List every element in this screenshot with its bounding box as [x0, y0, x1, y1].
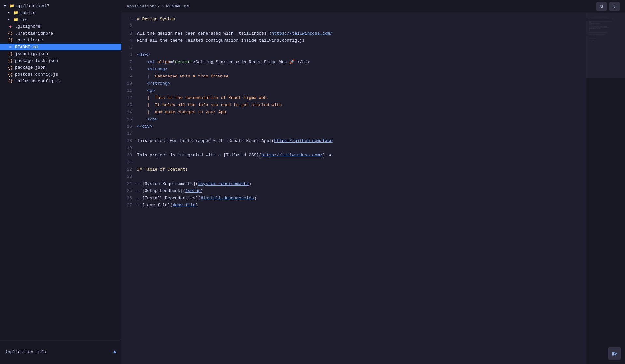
line-number: 9	[121, 73, 137, 80]
json-icon: {}	[8, 72, 13, 77]
line-content: <p>	[137, 87, 586, 94]
folder-icon: ⧐	[612, 350, 618, 357]
copy-button[interactable]: ⧉	[596, 2, 607, 11]
line-number: 14	[121, 109, 137, 116]
diamond-icon: ◆	[8, 24, 13, 29]
folder-icon: 📁	[13, 10, 18, 15]
line-number: 2	[121, 23, 137, 30]
sidebar-item-prettierrc[interactable]: {}.prettierrc	[0, 37, 121, 44]
line-number: 15	[121, 116, 137, 123]
line-content: All the design has been generated with […	[137, 30, 586, 37]
line-number: 4	[121, 37, 137, 44]
editor-header: application17 > README.md ⧉ ⇓	[121, 0, 625, 13]
line-number: 24	[121, 180, 137, 188]
code-editor[interactable]: 1# Design System2 3All the design has be…	[121, 13, 586, 364]
line-number: 23	[121, 173, 137, 180]
code-line: 7 <h1 align="center">Getting Started wit…	[121, 59, 586, 66]
line-number: 17	[121, 130, 137, 137]
code-line: 1# Design System	[121, 16, 586, 23]
code-line: 27- [.env file](#env-file)	[121, 202, 586, 209]
json-icon: {}	[8, 79, 13, 84]
line-content	[137, 173, 586, 180]
sidebar-item-label: application17	[16, 4, 49, 8]
sidebar-item-src[interactable]: ►📁src	[0, 16, 121, 23]
chevron-icon: ►	[8, 11, 12, 15]
line-content	[137, 145, 586, 152]
code-line: 20This project is integrated with a [Tai…	[121, 152, 586, 159]
sidebar-item-postcssconfig[interactable]: {}postcss.config.js	[0, 71, 121, 78]
json-icon: {}	[8, 52, 13, 56]
code-line: 5	[121, 44, 586, 51]
code-line: 14 | and make changes to your App	[121, 109, 586, 116]
line-content: # Design System	[137, 16, 586, 23]
line-content: | Generated with ♥ from Dhiwise	[137, 73, 586, 80]
line-content	[137, 130, 586, 137]
file-icon: ■	[8, 45, 13, 49]
line-content: <div>	[137, 51, 586, 59]
breadcrumb-separator: >	[161, 4, 164, 9]
line-number: 26	[121, 195, 137, 202]
code-line: 4Find all the theme related configuratio…	[121, 37, 586, 44]
line-content: This project is integrated with a [Tailw…	[137, 152, 586, 159]
sidebar-item-label: .prettierignore	[15, 31, 53, 36]
line-number: 27	[121, 202, 137, 209]
breadcrumb-file: README.md	[166, 4, 189, 9]
code-line: 9 | Generated with ♥ from Dhiwise	[121, 73, 586, 80]
line-number: 22	[121, 166, 137, 173]
line-content: | It holds all the info you need to get …	[137, 102, 586, 109]
line-content: </p>	[137, 116, 586, 123]
line-content: - [System Requirements](#system-requirem…	[137, 180, 586, 188]
line-number: 3	[121, 30, 137, 37]
sidebar-item-packagejson[interactable]: {}package.json	[0, 64, 121, 71]
line-number: 25	[121, 188, 137, 195]
sidebar-item-label: .prettierrc	[15, 38, 43, 43]
code-line: 25- [Setup Feedback](#setup)	[121, 188, 586, 195]
sidebar-item-packagelockjson[interactable]: {}package-lock.json	[0, 57, 121, 64]
line-number: 1	[121, 16, 137, 23]
chevron-icon: ►	[8, 18, 12, 21]
line-content: | and make changes to your App	[137, 109, 586, 116]
line-number: 21	[121, 159, 137, 166]
minimap-content: # Design System All the design has been …	[586, 13, 625, 364]
chevron-icon: ▼	[4, 4, 8, 8]
sidebar-item-label: postcss.config.js	[15, 72, 58, 77]
code-line: 6<div>	[121, 51, 586, 59]
folder-button[interactable]: ⧐	[608, 347, 621, 360]
line-content: <strong>	[137, 66, 586, 73]
line-content: This project was bootstrapped with [Crea…	[137, 137, 586, 145]
download-icon: ⇓	[613, 4, 617, 9]
sidebar-item-label: package-lock.json	[15, 58, 58, 63]
code-line: 21	[121, 159, 586, 166]
line-number: 11	[121, 87, 137, 94]
sidebar-item-label: public	[20, 10, 35, 15]
sidebar-item-label: package.json	[15, 65, 46, 70]
sidebar-item-prettierignore[interactable]: {}.prettierignore	[0, 30, 121, 37]
sidebar-item-label: README.md	[15, 45, 38, 49]
code-line: 2	[121, 23, 586, 30]
sidebar-item-public[interactable]: ►📁public	[0, 9, 121, 16]
code-line: 17	[121, 130, 586, 137]
sidebar-item-label: tailwind.config.js	[15, 79, 61, 84]
sidebar-item-jsconfigjson[interactable]: {}jsconfig.json	[0, 50, 121, 57]
sidebar-item-label: src	[20, 17, 28, 22]
line-content: ## Table of Contents	[137, 166, 586, 173]
json-icon: {}	[8, 38, 13, 43]
line-number: 6	[121, 51, 137, 59]
line-number: 12	[121, 94, 137, 102]
sidebar-item-application17[interactable]: ▼📁application17	[0, 3, 121, 9]
download-button[interactable]: ⇓	[609, 2, 620, 11]
code-line: 8 <strong>	[121, 66, 586, 73]
sidebar-footer[interactable]: Application info ▲	[0, 340, 121, 364]
breadcrumb: application17 > README.md	[127, 4, 189, 9]
folder-icon: 📁	[13, 17, 18, 22]
file-tree: ▼📁application17►📁public►📁src◆.gitignore{…	[0, 0, 121, 340]
application-info-label: Application info	[5, 350, 46, 355]
sidebar-item-readmemd[interactable]: ■README.md	[0, 44, 121, 50]
sidebar-item-gitignore[interactable]: ◆.gitignore	[0, 23, 121, 30]
line-content: </div>	[137, 123, 586, 130]
line-content: <h1 align="center">Getting Started with …	[137, 59, 586, 66]
sidebar: ▼📁application17►📁public►📁src◆.gitignore{…	[0, 0, 121, 364]
line-number: 20	[121, 152, 137, 159]
line-number: 7	[121, 59, 137, 66]
sidebar-item-tailwindconfig[interactable]: {}tailwind.config.js	[0, 78, 121, 85]
